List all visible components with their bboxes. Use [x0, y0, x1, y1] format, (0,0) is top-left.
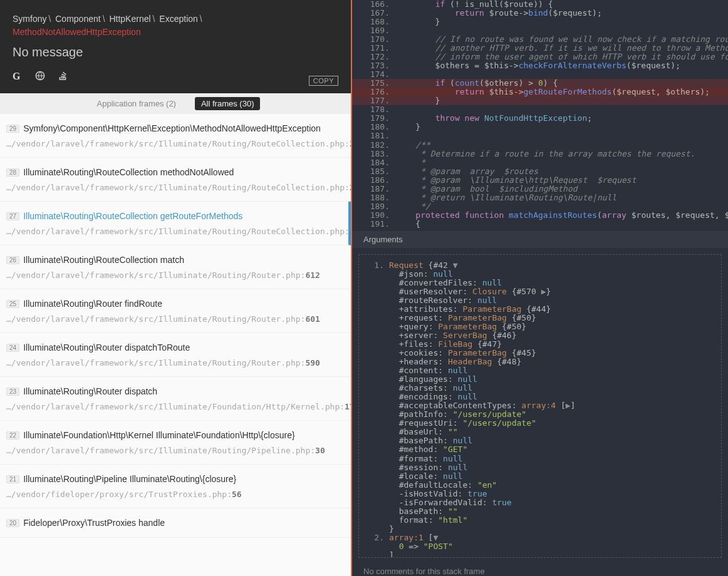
- frame-title: Illuminate\Routing\Pipeline Illuminate\R…: [23, 474, 236, 484]
- arguments-header: Arguments: [352, 231, 728, 248]
- frame-number: 29: [6, 125, 19, 133]
- frame-title: Illuminate\Foundation\Http\Kernel Illumi…: [23, 430, 294, 440]
- source-code: 166. if (! is_null($route)) {167. return…: [352, 0, 728, 231]
- stack-frame[interactable]: 29Symfony\Component\HttpKernel\Exception…: [0, 114, 351, 158]
- frame-number: 27: [6, 212, 19, 220]
- exception-header: Symfony\ Component\ HttpKernel\ Exceptio…: [0, 0, 351, 93]
- globe-icon[interactable]: [35, 71, 45, 81]
- frame-title: Illuminate\Routing\RouteCollection match: [23, 255, 184, 265]
- frame-number: 20: [6, 519, 19, 527]
- frame-title: Fideloper\Proxy\TrustProxies handle: [23, 518, 165, 528]
- exception-class: MethodNotAllowedHttpException: [13, 27, 141, 37]
- frame-title: Illuminate\Routing\Router dispatch: [23, 386, 157, 396]
- stack-frame[interactable]: 28Illuminate\Routing\RouteCollection met…: [0, 158, 351, 202]
- tab-all-frames[interactable]: All frames (30): [195, 97, 261, 110]
- frame-number: 22: [6, 431, 19, 440]
- frame-title: Illuminate\Routing\RouteCollection metho…: [23, 167, 234, 177]
- frame-tabs: Application frames (2) All frames (30): [0, 93, 351, 114]
- stackoverflow-icon[interactable]: [58, 71, 68, 81]
- stack-frame[interactable]: 20Fideloper\Proxy\TrustProxies handle: [0, 508, 351, 538]
- stack-frame[interactable]: 25Illuminate\Routing\Router findRoute…/v…: [0, 289, 351, 333]
- frame-title: Illuminate\Routing\Router findRoute: [23, 299, 162, 309]
- breadcrumb: Symfony\ Component\ HttpKernel\ Exceptio…: [13, 13, 338, 39]
- frame-number: 26: [6, 256, 19, 264]
- comments-footer: No comments for this stack frame: [352, 564, 728, 576]
- frame-number: 25: [6, 300, 19, 308]
- frame-title: Symfony\Component\HttpKernel\Exception\M…: [23, 123, 321, 133]
- exception-message: No message: [13, 45, 338, 59]
- tab-application-frames[interactable]: Application frames (2): [91, 97, 182, 110]
- left-panel: Symfony\ Component\ HttpKernel\ Exceptio…: [0, 0, 351, 576]
- arguments-dump[interactable]: 1.Request {#42 ▼ #json: null #convertedF…: [358, 254, 722, 558]
- stack-frame[interactable]: 24Illuminate\Routing\Router dispatchToRo…: [0, 333, 351, 377]
- stack-frame[interactable]: 22Illuminate\Foundation\Http\Kernel Illu…: [0, 421, 351, 465]
- frame-number: 28: [6, 168, 19, 177]
- frame-title: Illuminate\Routing\RouteCollection getRo…: [23, 211, 242, 221]
- frame-number: 21: [6, 475, 19, 483]
- frame-number: 23: [6, 388, 19, 396]
- frame-number: 24: [6, 344, 19, 352]
- stack-frame[interactable]: 21Illuminate\Routing\Pipeline Illuminate…: [0, 465, 351, 508]
- frame-title: Illuminate\Routing\Router dispatchToRout…: [23, 342, 190, 352]
- stack-frame[interactable]: 26Illuminate\Routing\RouteCollection mat…: [0, 245, 351, 289]
- copy-button[interactable]: COPY: [309, 76, 338, 86]
- stack-frame[interactable]: 23Illuminate\Routing\Router dispatch…/ve…: [0, 377, 351, 421]
- google-icon[interactable]: G: [13, 71, 23, 81]
- stack-frame[interactable]: 27Illuminate\Routing\RouteCollection get…: [0, 202, 351, 245]
- frames-list[interactable]: 29Symfony\Component\HttpKernel\Exception…: [0, 114, 351, 576]
- right-panel: 166. if (! is_null($route)) {167. return…: [351, 0, 728, 576]
